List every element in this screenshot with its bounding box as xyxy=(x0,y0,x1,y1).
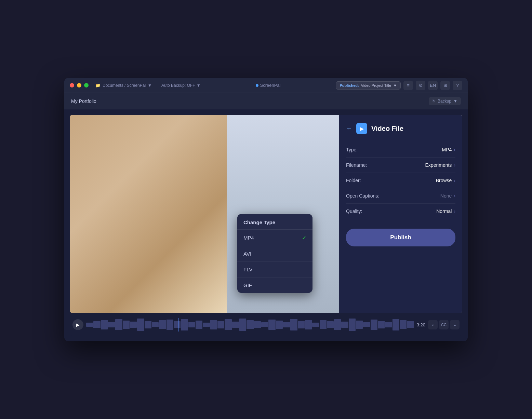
waveform-bar xyxy=(174,321,181,328)
panel-title: Video File xyxy=(371,125,403,133)
filename-value: Experiments xyxy=(425,162,452,168)
app-logo: ScreenPal xyxy=(205,83,332,88)
folder-value: Browse xyxy=(436,178,452,183)
waveform-bar xyxy=(225,319,231,330)
quality-chevron-icon: › xyxy=(454,208,455,214)
option-flv-label: FLV xyxy=(243,267,252,272)
waveform-bar xyxy=(247,320,253,329)
menu-icon-btn[interactable]: ≡ xyxy=(403,81,413,90)
type-value: MP4 xyxy=(442,147,452,152)
back-button[interactable]: ← xyxy=(346,125,352,132)
type-option-mp4[interactable]: MP4 ✓ xyxy=(237,230,312,246)
waveform-bar xyxy=(276,321,283,329)
minimize-button[interactable] xyxy=(77,83,81,87)
waveform-bar xyxy=(123,321,130,329)
folder-value-container: Browse › xyxy=(436,178,455,183)
waveform-bar xyxy=(334,319,341,330)
waveform-bar xyxy=(268,320,275,330)
change-type-header: Change Type xyxy=(237,214,312,230)
waveform-bar xyxy=(159,320,166,329)
waveform-bar xyxy=(349,319,356,331)
waveform-bar xyxy=(217,321,224,328)
type-option-flv[interactable]: FLV xyxy=(237,262,312,278)
captions-chevron-icon: › xyxy=(454,193,455,199)
waveform-container[interactable]: 1:08:00 xyxy=(86,318,414,332)
waveform-bar xyxy=(290,319,297,330)
video-frame: ← ▶ Video File Type: MP4 › Fil xyxy=(70,115,462,313)
waveform-bar xyxy=(305,320,312,329)
title-bar: 📁 Documents / ScreenPal ▼ Auto Backup: O… xyxy=(64,78,468,93)
timeline-icons: ♪ CC ≡ xyxy=(428,320,460,329)
waveform-bar xyxy=(261,322,268,327)
close-button[interactable] xyxy=(70,83,74,87)
type-value-container: MP4 › xyxy=(442,147,455,152)
help-icon-btn[interactable]: ? xyxy=(453,81,462,90)
waveform-bar xyxy=(298,321,305,328)
type-row[interactable]: Type: MP4 › xyxy=(346,142,455,158)
waveform xyxy=(86,318,414,332)
folder-path[interactable]: 📁 Documents / ScreenPal ▼ xyxy=(95,83,152,88)
play-button[interactable]: ▶ xyxy=(72,319,83,330)
playhead[interactable]: 1:08:00 xyxy=(178,318,178,332)
waveform-bar xyxy=(239,319,246,331)
waveform-bar xyxy=(203,323,210,327)
folder-path-text: Documents / ScreenPal xyxy=(103,83,146,88)
backup-status[interactable]: Auto Backup: OFF ▼ xyxy=(161,83,201,88)
check-icon: ✓ xyxy=(302,234,306,241)
waveform-bar xyxy=(283,322,290,327)
waveform-bar xyxy=(130,322,137,328)
filename-label: Filename: xyxy=(346,162,367,168)
mac-window: 📁 Documents / ScreenPal ▼ Auto Backup: O… xyxy=(64,78,468,341)
project-title-text: Video Project Title xyxy=(361,83,391,87)
folder-row[interactable]: Folder: Browse › xyxy=(346,173,455,188)
captions-row[interactable]: Open Captions: None › xyxy=(346,188,455,204)
backup-icon: ↻ xyxy=(432,99,436,104)
change-type-dropdown: Change Type MP4 ✓ AVI FLV GIF xyxy=(237,214,312,293)
publish-button[interactable]: Publish xyxy=(346,229,455,246)
language-icon-btn[interactable]: EN xyxy=(428,81,438,90)
waveform-bar xyxy=(363,322,370,327)
waveform-bar xyxy=(196,321,202,329)
folder-chevron-icon: › xyxy=(454,178,455,183)
waveform-bar xyxy=(101,320,108,329)
waveform-bar xyxy=(145,321,151,328)
option-mp4-label: MP4 xyxy=(243,235,254,241)
music-icon-btn[interactable]: ♪ xyxy=(428,320,438,329)
quality-value: Normal xyxy=(436,208,452,214)
timeline-bar: ▶ xyxy=(70,314,462,336)
settings-icon-btn[interactable]: ≡ xyxy=(450,320,460,329)
layers-icon-btn[interactable]: ⊞ xyxy=(440,81,450,90)
logo-dot xyxy=(256,84,258,87)
quality-row[interactable]: Quality: Normal › xyxy=(346,204,455,219)
backup-chevron-icon: ▼ xyxy=(453,99,457,104)
waveform-bar xyxy=(152,322,159,327)
folder-dropdown-icon: ▼ xyxy=(148,83,152,88)
history-icon-btn[interactable]: ⊙ xyxy=(416,81,425,90)
backup-status-text: Auto Backup: OFF xyxy=(161,83,195,88)
timeline-time: 3:20 xyxy=(417,322,425,327)
app-toolbar: My Portfolio ↻ Backup ▼ xyxy=(64,93,468,109)
waveform-bar xyxy=(254,321,261,328)
published-dropdown[interactable]: Published: Video Project Title ▼ xyxy=(336,81,401,90)
type-label: Type: xyxy=(346,147,358,152)
filename-row[interactable]: Filename: Experiments › xyxy=(346,158,455,173)
waveform-bar xyxy=(167,320,173,330)
toolbar-right: ↻ Backup ▼ xyxy=(429,97,461,105)
video-file-panel: ← ▶ Video File Type: MP4 › Fil xyxy=(339,115,462,313)
waveform-bar xyxy=(108,322,115,327)
panel-header: ← ▶ Video File xyxy=(346,123,455,134)
quality-value-container: Normal › xyxy=(436,208,455,214)
filename-chevron-icon: › xyxy=(454,162,455,168)
waveform-bar xyxy=(378,321,385,328)
published-chevron-icon: ▼ xyxy=(393,83,397,87)
option-gif-label: GIF xyxy=(243,282,252,288)
waveform-bar xyxy=(400,320,407,329)
waveform-bar xyxy=(341,322,348,328)
title-bar-right: Published: Video Project Title ▼ ≡ ⊙ EN … xyxy=(336,81,462,90)
type-option-avi[interactable]: AVI xyxy=(237,246,312,262)
waveform-bar xyxy=(137,319,144,331)
cc-icon-btn[interactable]: CC xyxy=(439,320,449,329)
maximize-button[interactable] xyxy=(84,83,89,87)
type-option-gif[interactable]: GIF xyxy=(237,278,312,293)
backup-button[interactable]: ↻ Backup ▼ xyxy=(429,97,461,105)
